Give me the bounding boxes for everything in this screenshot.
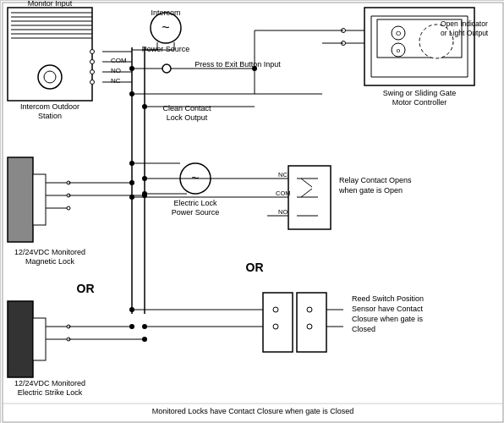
svg-rect-68 [8, 301, 33, 377]
svg-point-114 [142, 176, 147, 181]
svg-point-133 [129, 307, 134, 312]
svg-text:Clean Contact: Clean Contact [162, 104, 211, 113]
svg-point-115 [129, 195, 134, 200]
svg-point-77 [142, 337, 147, 342]
svg-text:O: O [396, 30, 401, 37]
svg-text:Relay Contact Opens: Relay Contact Opens [339, 176, 412, 184]
svg-point-125 [307, 307, 312, 312]
svg-text:NO: NO [278, 208, 288, 216]
svg-text:Station: Station [38, 112, 62, 120]
svg-point-124 [273, 324, 278, 329]
svg-point-12 [90, 50, 95, 54]
svg-point-138 [129, 161, 134, 166]
svg-text:Electric Strike Lock: Electric Strike Lock [18, 388, 83, 397]
svg-point-137 [142, 191, 147, 196]
svg-point-123 [273, 307, 278, 312]
svg-text:Monitor Input: Monitor Input [28, 1, 73, 8]
svg-text:Closed: Closed [352, 325, 375, 333]
svg-text:Power Source: Power Source [142, 45, 190, 53]
svg-text:Intercom Outdoor: Intercom Outdoor [20, 102, 79, 111]
svg-text:Lock Output: Lock Output [167, 113, 208, 122]
svg-text:NC: NC [278, 171, 288, 179]
svg-text:Intercom: Intercom [151, 8, 180, 17]
svg-point-51 [129, 91, 134, 96]
svg-text:Monitored Locks have Contact C: Monitored Locks have Contact Closure whe… [152, 407, 354, 415]
svg-text:Power Source: Power Source [172, 208, 220, 217]
svg-point-13 [90, 60, 95, 64]
svg-text:COM: COM [111, 57, 127, 64]
svg-text:Electric Lock: Electric Lock [173, 199, 217, 207]
svg-point-15 [90, 80, 95, 85]
svg-point-14 [90, 70, 95, 74]
svg-rect-69 [33, 318, 46, 360]
svg-point-11 [44, 71, 56, 83]
svg-point-76 [129, 324, 134, 329]
svg-point-52 [142, 104, 147, 109]
svg-text:~: ~ [162, 20, 169, 35]
svg-text:COM: COM [276, 190, 291, 197]
svg-text:12/24VDC Monitored: 12/24VDC Monitored [14, 379, 85, 387]
svg-text:o: o [397, 47, 401, 54]
svg-rect-54 [33, 174, 46, 225]
svg-text:OR: OR [246, 261, 264, 274]
svg-rect-53 [8, 157, 33, 242]
svg-text:when gate is Open: when gate is Open [338, 186, 403, 195]
svg-text:Closure when gate is: Closure when gate is [352, 315, 424, 323]
svg-text:Reed Switch Position: Reed Switch Position [352, 294, 424, 303]
svg-text:Sensor have Contact: Sensor have Contact [352, 305, 424, 313]
svg-text:Press to Exit Button Input: Press to Exit Button Input [194, 60, 281, 69]
svg-text:Magnetic Lock: Magnetic Lock [25, 257, 75, 266]
wiring-diagram: Monitor Input Intercom Outdoor Station ~… [0, 0, 504, 423]
svg-text:Motor Controller: Motor Controller [392, 98, 447, 107]
svg-text:12/24VDC Monitored: 12/24VDC Monitored [14, 248, 85, 256]
svg-point-60 [67, 206, 70, 210]
svg-text:or Light Output: or Light Output [441, 29, 489, 37]
svg-point-134 [142, 324, 147, 329]
svg-text:NC: NC [111, 77, 121, 85]
svg-rect-118 [297, 293, 326, 352]
svg-rect-117 [263, 293, 293, 352]
svg-point-25 [162, 64, 171, 73]
svg-text:Swing or Sliding Gate: Swing or Sliding Gate [383, 89, 457, 97]
svg-point-63 [129, 180, 134, 185]
svg-text:Open Indicator: Open Indicator [441, 19, 488, 28]
svg-point-126 [307, 324, 312, 329]
svg-point-50 [129, 66, 134, 71]
svg-text:NO: NO [111, 67, 121, 74]
svg-text:OR: OR [77, 282, 95, 295]
